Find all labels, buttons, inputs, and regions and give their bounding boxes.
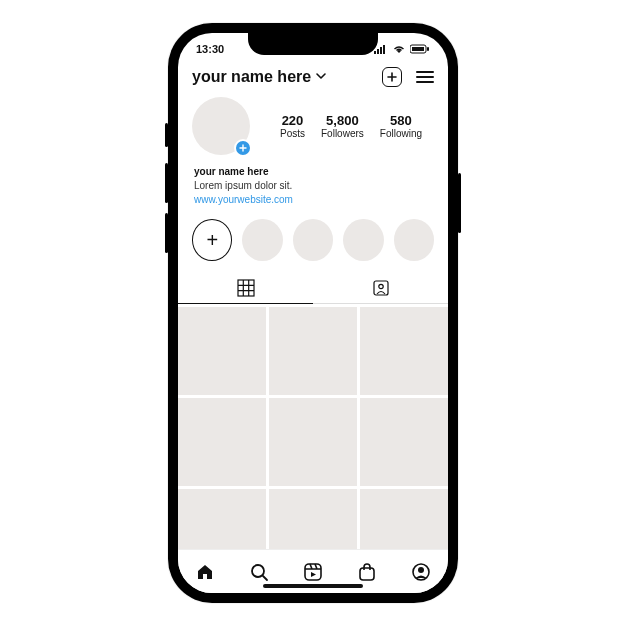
battery-icon	[410, 44, 430, 54]
nav-home[interactable]	[178, 550, 232, 593]
svg-rect-7	[238, 280, 254, 296]
profile-row: 220 Posts 5,800 Followers 580 Following	[178, 93, 448, 159]
add-story-badge[interactable]	[234, 139, 252, 157]
stat-following-value: 580	[380, 113, 422, 128]
side-button-silent	[165, 123, 168, 147]
status-right	[374, 44, 430, 54]
highlight-item[interactable]	[293, 219, 333, 261]
stat-posts-label: Posts	[280, 128, 305, 139]
svg-point-10	[252, 565, 264, 577]
tagged-icon	[372, 279, 390, 297]
svg-rect-8	[374, 281, 388, 295]
bio-section: your name here Lorem ipsum dolor sit. ww…	[178, 159, 448, 215]
stat-followers-label: Followers	[321, 128, 364, 139]
profile-header: your name here	[178, 63, 448, 93]
highlight-item[interactable]	[242, 219, 282, 261]
username-dropdown[interactable]: your name here	[192, 68, 327, 86]
create-post-button[interactable]	[382, 67, 402, 87]
avatar-container[interactable]	[192, 97, 250, 155]
post-tile[interactable]	[360, 489, 448, 549]
phone-frame: 13:30 your name here	[168, 23, 458, 603]
stat-following-label: Following	[380, 128, 422, 139]
chevron-down-icon	[315, 70, 327, 84]
post-tile[interactable]	[178, 489, 266, 549]
svg-point-14	[418, 567, 424, 573]
shop-icon	[357, 562, 377, 582]
bio-link[interactable]: www.yourwebsite.com	[194, 193, 432, 207]
post-tile[interactable]	[269, 489, 357, 549]
stat-posts-value: 220	[280, 113, 305, 128]
svg-rect-11	[305, 564, 321, 580]
bio-text: Lorem ipsum dolor sit.	[194, 179, 432, 193]
profile-icon	[411, 562, 431, 582]
menu-button[interactable]	[416, 71, 434, 83]
stat-following[interactable]: 580 Following	[380, 113, 422, 139]
side-button-volume-up	[165, 163, 168, 203]
notch	[248, 33, 378, 55]
search-icon	[249, 562, 269, 582]
highlight-add[interactable]: +	[192, 219, 232, 261]
highlight-item[interactable]	[343, 219, 383, 261]
svg-point-9	[378, 284, 382, 288]
home-indicator	[263, 584, 363, 588]
svg-rect-5	[412, 47, 424, 51]
stat-followers-value: 5,800	[321, 113, 364, 128]
highlight-item[interactable]	[394, 219, 434, 261]
tab-tagged[interactable]	[313, 273, 448, 303]
stat-followers[interactable]: 5,800 Followers	[321, 113, 364, 139]
screen: 13:30 your name here	[178, 33, 448, 593]
side-button-volume-down	[165, 213, 168, 253]
svg-rect-1	[377, 49, 379, 54]
header-username: your name here	[192, 68, 311, 86]
svg-rect-12	[360, 568, 374, 580]
svg-rect-3	[383, 45, 385, 54]
bio-name: your name here	[194, 165, 432, 179]
content-tabs	[178, 273, 448, 304]
stat-posts[interactable]: 220 Posts	[280, 113, 305, 139]
post-tile[interactable]	[178, 398, 266, 486]
post-tile[interactable]	[360, 307, 448, 395]
status-time: 13:30	[196, 43, 224, 55]
stats: 220 Posts 5,800 Followers 580 Following	[268, 113, 434, 139]
wifi-icon	[392, 44, 406, 54]
post-tile[interactable]	[360, 398, 448, 486]
svg-rect-0	[374, 51, 376, 54]
tab-grid[interactable]	[178, 273, 313, 304]
post-grid	[178, 304, 448, 549]
post-tile[interactable]	[178, 307, 266, 395]
post-tile[interactable]	[269, 398, 357, 486]
grid-icon	[237, 279, 255, 297]
post-tile[interactable]	[269, 307, 357, 395]
side-button-power	[458, 173, 461, 233]
home-icon	[195, 562, 215, 582]
nav-profile[interactable]	[394, 550, 448, 593]
story-highlights: +	[178, 215, 448, 271]
svg-rect-6	[427, 47, 429, 51]
svg-rect-2	[380, 47, 382, 54]
reels-icon	[303, 562, 323, 582]
